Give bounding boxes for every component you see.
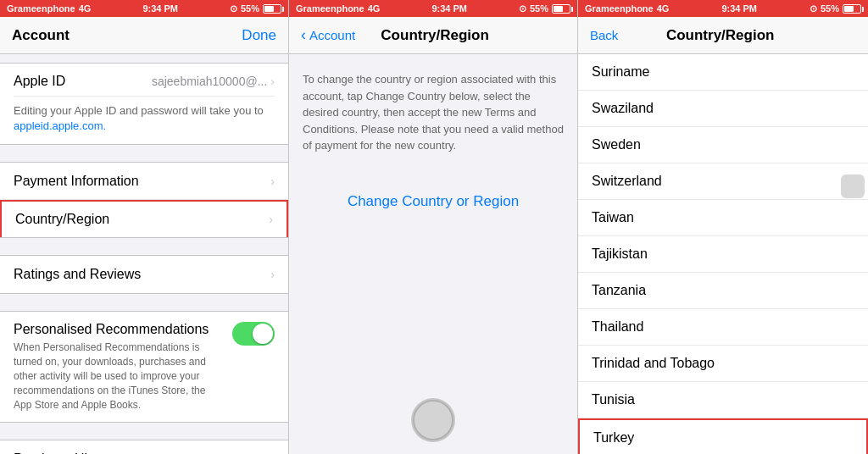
country-swaziland[interactable]: Swaziland: [578, 91, 868, 127]
carrier-1: Grameenphone: [7, 3, 75, 14]
personalised-section: Personalised Recommendations When Person…: [0, 311, 288, 423]
change-country-button[interactable]: Change Country or Region: [303, 180, 564, 224]
nav-bar-account: Account Done: [0, 17, 288, 54]
time-3: 9:34 PM: [721, 3, 757, 14]
status-bar-3: Grameenphone 4G 9:34 PM ⊙ 55%: [578, 0, 868, 17]
purchase-history-item[interactable]: Purchase History ›: [0, 440, 288, 454]
account-content: Apple ID sajeebmiah10000@... › Editing y…: [0, 54, 288, 454]
ratings-item[interactable]: Ratings and Reviews ›: [0, 256, 288, 293]
time-1: 9:34 PM: [142, 3, 178, 14]
country-tanzania[interactable]: Tanzania: [578, 273, 868, 309]
country-region-item[interactable]: Country/Region ›: [0, 200, 288, 237]
toggle-knob: [253, 324, 273, 344]
done-button[interactable]: Done: [242, 27, 276, 44]
back-label-2: Account: [309, 28, 355, 42]
time-2: 9:34 PM: [431, 3, 467, 14]
battery-pct-3: 55%: [821, 3, 839, 14]
back-to-account[interactable]: ‹ Account: [301, 26, 355, 44]
network-2: 4G: [368, 3, 381, 14]
apple-id-link[interactable]: appleid.apple.com.: [14, 119, 106, 132]
ratings-label: Ratings and Reviews: [14, 267, 270, 282]
country-list: Suriname Swaziland Sweden Switzerland Ta…: [578, 54, 868, 454]
ratings-section: Ratings and Reviews ›: [0, 255, 288, 294]
panel-change-country: Grameenphone 4G 9:34 PM ⊙ 55% ‹ Account …: [289, 0, 578, 454]
status-left-2: Grameenphone 4G: [296, 3, 380, 14]
nav-bar-country: ‹ Account Country/Region: [289, 17, 577, 54]
personalised-row: Personalised Recommendations When Person…: [14, 322, 275, 412]
payment-info-item[interactable]: Payment Information ›: [0, 163, 288, 200]
apple-id-label: Apple ID: [14, 74, 65, 89]
battery-2: [552, 4, 570, 14]
personalised-toggle[interactable]: [232, 322, 275, 346]
panel-country-list: Grameenphone 4G 9:34 PM ⊙ 55% Back Count…: [578, 0, 868, 454]
battery-icon-3: ⊙: [810, 3, 817, 14]
payment-country-section: Payment Information › Country/Region ›: [0, 162, 288, 238]
personalised-title: Personalised Recommendations: [14, 322, 225, 337]
change-country-content: To change the country or region associat…: [289, 54, 577, 386]
battery-pct-2: 55%: [530, 3, 548, 14]
home-indicator-area: [289, 386, 577, 454]
back-button-3[interactable]: Back: [590, 28, 618, 42]
country-suriname[interactable]: Suriname: [578, 54, 868, 91]
country-region-chevron: ›: [269, 213, 273, 226]
ratings-chevron: ›: [270, 268, 275, 281]
battery-pct-1: 55%: [241, 3, 259, 14]
status-right-1: ⊙ 55%: [230, 3, 281, 14]
country-turkey[interactable]: Turkey: [578, 418, 868, 454]
battery-icon-1: ⊙: [230, 3, 237, 14]
nav-title-account: Account: [12, 27, 70, 44]
panel-account: Grameenphone 4G 9:34 PM ⊙ 55% Account Do…: [0, 0, 289, 454]
back-chevron-2: ‹: [301, 26, 306, 44]
status-left-1: Grameenphone 4G: [7, 3, 91, 14]
status-right-2: ⊙ 55%: [519, 3, 570, 14]
country-sweden[interactable]: Sweden: [578, 127, 868, 163]
country-trinidad[interactable]: Trinidad and Tobago: [578, 346, 868, 382]
battery-3: [843, 4, 861, 14]
country-taiwan[interactable]: Taiwan: [578, 200, 868, 236]
country-region-label: Country/Region: [15, 212, 269, 227]
change-country-description: To change the country or region associat…: [303, 71, 564, 154]
home-button-inner: [413, 400, 453, 440]
battery-icon-2: ⊙: [519, 3, 526, 14]
country-switzerland[interactable]: Switzerland: [578, 163, 868, 200]
apple-id-value-row: sajeebmiah10000@... ›: [152, 75, 275, 88]
scroll-handle[interactable]: [841, 174, 865, 198]
personalised-desc: When Personalised Recommendations is tur…: [14, 340, 225, 412]
nav-bar-country-list: Back Country/Region: [578, 17, 868, 54]
apple-id-email: sajeebmiah10000@...: [152, 75, 267, 88]
purchase-section: Purchase History ›: [0, 440, 288, 454]
payment-info-chevron: ›: [270, 174, 275, 188]
carrier-2: Grameenphone: [296, 3, 364, 14]
country-tunisia[interactable]: Tunisia: [578, 382, 868, 418]
nav-title-country-list: Country/Region: [625, 27, 815, 44]
status-bar-2: Grameenphone 4G 9:34 PM ⊙ 55%: [289, 0, 577, 17]
network-3: 4G: [657, 3, 670, 14]
nav-title-country: Country/Region: [381, 27, 489, 44]
carrier-3: Grameenphone: [585, 3, 654, 14]
payment-info-label: Payment Information: [14, 174, 270, 189]
apple-id-note: Editing your Apple ID and password will …: [14, 103, 275, 134]
country-list-wrapper: Suriname Swaziland Sweden Switzerland Ta…: [578, 54, 868, 454]
country-tajikistan[interactable]: Tajikistan: [578, 236, 868, 273]
network-1: 4G: [79, 3, 92, 14]
status-bar-1: Grameenphone 4G 9:34 PM ⊙ 55%: [0, 0, 288, 17]
apple-id-chevron: ›: [270, 75, 275, 88]
apple-id-row[interactable]: Apple ID sajeebmiah10000@... ›: [14, 74, 275, 97]
status-left-3: Grameenphone 4G: [585, 3, 669, 14]
personalised-text: Personalised Recommendations When Person…: [14, 322, 225, 412]
status-right-3: ⊙ 55%: [810, 3, 861, 14]
country-thailand[interactable]: Thailand: [578, 309, 868, 346]
battery-1: [263, 4, 281, 14]
apple-id-section: Apple ID sajeebmiah10000@... › Editing y…: [0, 63, 288, 145]
home-button[interactable]: [411, 398, 455, 442]
